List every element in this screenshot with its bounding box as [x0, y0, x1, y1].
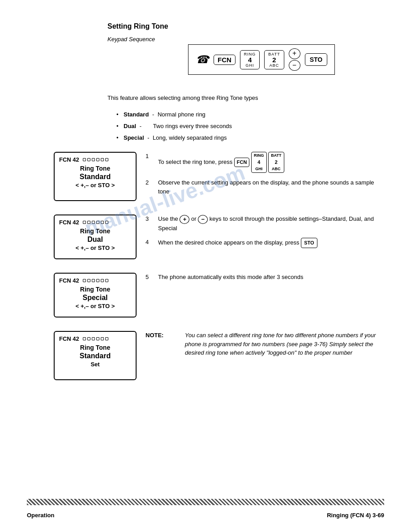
lcd2-dot3	[92, 221, 95, 224]
bullet-dot-2: •	[116, 120, 120, 132]
lcd1-fcn42: FCN 42	[59, 156, 79, 163]
bullet-desc-2: Two rings every three seconds	[153, 120, 232, 132]
lcd3-dots	[83, 279, 108, 282]
keypad-label: Keypad Sequence	[107, 36, 384, 43]
lcd4-dot4	[96, 337, 99, 340]
minus-key: −	[289, 60, 300, 71]
lcd2-fcn42: FCN 42	[59, 219, 79, 226]
step-3: 3 Use the + or − keys to scroll through …	[146, 215, 384, 232]
plus-key: +	[289, 48, 300, 59]
lcd3-dot2	[87, 279, 90, 282]
step-num-5: 5	[146, 273, 153, 282]
lcd1-line4: < +,– or STO >	[59, 182, 131, 189]
lcd2-dot5	[101, 221, 104, 224]
bullet-standard: • Standard - Normal phone ring	[116, 109, 384, 120]
keypad-box: ☎ FCN RING 4 GHI BATT 2 ABC	[188, 44, 335, 75]
lcd4-line2: Ring Tone	[59, 344, 131, 351]
step-num-3: 3	[146, 215, 153, 232]
lcd1-line3: Standard	[59, 173, 131, 181]
bullet-sep-2: -	[138, 120, 151, 132]
lcd1-top: FCN 42	[59, 156, 131, 163]
step-text-4: When the desired choice appears on the d…	[158, 238, 384, 248]
inline-sto: STO	[301, 238, 317, 248]
lcd4-fcn42: FCN 42	[59, 335, 79, 342]
inline-4ghi: RING4GHI	[251, 152, 267, 173]
keypad-sequence-box: ☎ FCN RING 4 GHI BATT 2 ABC	[107, 44, 384, 84]
lcd1-dots	[83, 158, 108, 161]
lcd4-dot5	[101, 337, 104, 340]
inline-minus: −	[198, 215, 208, 224]
step-text-5: The phone automatically exits this mode …	[158, 273, 384, 282]
4ghi-key: RING 4 GHI	[240, 50, 260, 69]
phone-icon: ☎	[196, 53, 209, 66]
lcd2-line4: < +,– or STO >	[59, 245, 131, 251]
lcd4-line4: Set	[59, 361, 131, 368]
2-label: 2	[272, 56, 276, 63]
lcd1-dot6	[105, 158, 108, 161]
step-num-2: 2	[146, 178, 153, 196]
note-text: You can select a different ring tone for…	[185, 331, 384, 380]
note-container: NOTE: You can select a different ring to…	[146, 331, 384, 380]
bullet-desc-3: Long, widely separated rings	[153, 132, 227, 144]
steps-1-2: 1 To select the ring tone, press FCN RIN…	[146, 152, 384, 202]
fcn-key: FCN	[214, 55, 235, 65]
bullet-sep-3: -	[146, 132, 151, 144]
abc-label: ABC	[270, 63, 279, 68]
note-section: FCN 42 Ring Tone Standard Set NOTE:	[54, 331, 384, 380]
ghi-label: GHI	[246, 63, 254, 68]
bullet-content-3: Special - Long, widely separated rings	[124, 132, 227, 144]
lcd2-dot1	[83, 221, 86, 224]
step-text-2: Observe the current setting appears on t…	[158, 178, 384, 196]
lcd4-dot6	[105, 337, 108, 340]
steps-3-4: 3 Use the + or − keys to scroll through …	[146, 215, 384, 259]
step-text-3: Use the + or − keys to scroll through th…	[158, 215, 384, 232]
footer: Operation Ringing (FCN 4) 3-69	[27, 512, 384, 519]
4-label: 4	[248, 56, 252, 63]
lcd4-dot2	[87, 337, 90, 340]
lcd-display-1: FCN 42 Ring Tone Standard < +,– or STO >	[54, 152, 137, 202]
step-num-4: 4	[146, 238, 153, 248]
step-1: 1 To select the ring tone, press FCN RIN…	[146, 152, 384, 173]
lcd-display-2: FCN 42 Ring Tone Dual < +,– or STO >	[54, 215, 137, 259]
lcd3-line2: Ring Tone	[59, 286, 131, 293]
bullet-term-3: Special	[124, 132, 144, 144]
bullet-content-2: Dual - Two rings every three seconds	[124, 120, 232, 132]
step-2: 2 Observe the current setting appears on…	[146, 178, 384, 196]
lcd4-top: FCN 42	[59, 335, 131, 342]
lcd2-dot4	[96, 221, 99, 224]
footer-left: Operation	[27, 512, 54, 519]
lcd4-dot1	[83, 337, 86, 340]
lcd1-line2: Ring Tone	[59, 165, 131, 172]
lcd2-dots	[83, 221, 108, 224]
lcd2-line3: Dual	[59, 236, 131, 244]
bottom-border	[27, 499, 384, 505]
batt-label: BATT	[268, 52, 280, 56]
lcd4-dots	[83, 337, 108, 340]
bullet-sep-1: -	[150, 109, 156, 120]
bullet-special: • Special - Long, widely separated rings	[116, 132, 384, 144]
lcd3-top: FCN 42	[59, 277, 131, 284]
bullet-list: • Standard - Normal phone ring • Dual - …	[116, 109, 384, 144]
inline-2abc: BATT2ABC	[268, 152, 284, 173]
bullet-term-2: Dual	[124, 120, 136, 132]
lcd1-dot1	[83, 158, 86, 161]
note-label: NOTE:	[146, 331, 181, 380]
lcd1-dot4	[96, 158, 99, 161]
step-section-1: FCN 42 Ring Tone Standard < +,– or STO >	[54, 152, 384, 202]
bullet-dot-1: •	[116, 109, 120, 120]
plus-minus-keys: + −	[289, 48, 300, 71]
bullet-desc-1: Normal phone ring	[158, 109, 206, 120]
lcd4-dot3	[92, 337, 95, 340]
lcd1-dot2	[87, 158, 90, 161]
step-section-3: FCN 42 Ring Tone Special < +,– or STO >	[54, 273, 384, 317]
lcd3-fcn42: FCN 42	[59, 277, 79, 284]
lcd3-dot5	[101, 279, 104, 282]
step-section-2: FCN 42 Ring Tone Dual < +,– or STO >	[54, 215, 384, 259]
lcd3-dot4	[96, 279, 99, 282]
lcd3-line3: Special	[59, 294, 131, 302]
bullet-dual: • Dual - Two rings every three seconds	[116, 120, 384, 132]
step-text-1: To select the ring tone, press FCN RING4…	[158, 152, 384, 173]
lcd2-top: FCN 42	[59, 219, 131, 226]
step-5: 5 The phone automatically exits this mod…	[146, 273, 384, 282]
ring-label: RING	[244, 52, 256, 56]
